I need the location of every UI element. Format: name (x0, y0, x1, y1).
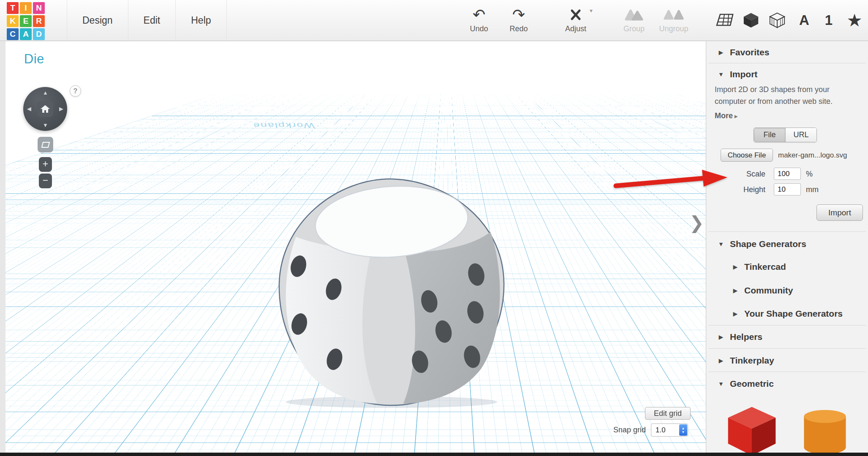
snap-grid-value: 1.0 (651, 426, 679, 434)
logo-tile: K (7, 15, 19, 27)
section-helpers[interactable]: ▶ Helpers (706, 328, 868, 345)
logo-tile: C (7, 28, 19, 40)
design-title: Die (24, 52, 44, 67)
redo-button[interactable]: ↷ Redo (500, 5, 537, 33)
expanded-triangle-icon: ▼ (717, 241, 725, 247)
divider (708, 231, 866, 232)
zoom-controls: + − (39, 157, 52, 190)
top-toolbar: Design Edit Help ↶ Undo ↷ Redo ▾ Adjust (0, 0, 868, 41)
workplane-label: Workplane (252, 121, 315, 129)
logo-tile: D (33, 28, 45, 40)
logo-tile: N (33, 2, 45, 14)
collapsed-triangle-icon: ▶ (732, 263, 739, 270)
divider (708, 348, 866, 349)
workplane-grid-icon[interactable] (715, 10, 735, 30)
ungroup-button[interactable]: Ungroup (655, 5, 692, 33)
menu-design[interactable]: Design (67, 0, 128, 41)
wireframe-cube-icon[interactable] (767, 10, 787, 30)
tinkercad-logo[interactable]: T I N K E R C A D (7, 2, 45, 40)
import-source-toggle: File URL (754, 128, 817, 142)
tinkercad-app: Design Edit Help ↶ Undo ↷ Redo ▾ Adjust (0, 0, 868, 456)
scale-input[interactable] (774, 168, 801, 180)
logo-tile: E (20, 15, 32, 27)
menu-help[interactable]: Help (176, 0, 226, 41)
section-community-generators[interactable]: ▶ Community (706, 282, 868, 299)
section-geometric[interactable]: ▼ Geometric (706, 375, 868, 392)
ungroup-icon (655, 5, 692, 24)
choose-file-button[interactable]: Choose File (721, 149, 773, 162)
import-description: Import 2D or 3D shapes from your compute… (715, 84, 854, 107)
redo-icon: ↷ (500, 5, 537, 24)
divider (708, 63, 866, 63)
undo-icon: ↶ (460, 5, 498, 24)
zoom-in-button[interactable]: + (39, 157, 52, 172)
snap-grid-label: Snap grid (613, 426, 646, 434)
logo-tile: I (20, 2, 32, 14)
section-shape-generators[interactable]: ▼ Shape Generators (706, 236, 868, 252)
collapsed-triangle-icon: ▶ (717, 334, 725, 340)
collapsed-triangle-icon: ▶ (717, 49, 725, 56)
number-shapes-icon[interactable]: 1 (819, 10, 839, 30)
chosen-filename: maker-gam...logo.svg (778, 151, 847, 160)
section-tinkercad-generators[interactable]: ▶ Tinkercad (706, 258, 868, 275)
home-view-button[interactable] (37, 101, 53, 117)
scale-label: Scale (706, 170, 765, 179)
cylinder-shape-thumbnail[interactable] (800, 406, 850, 453)
redo-label: Redo (500, 24, 537, 33)
workplane-view-button[interactable] (38, 137, 53, 152)
group-button[interactable]: Group (615, 5, 653, 33)
ungroup-label: Ungroup (655, 24, 692, 33)
main-menu: Design Edit Help (67, 0, 227, 41)
scale-unit: % (806, 170, 813, 179)
rotate-up-icon[interactable]: ▲ (43, 90, 48, 95)
home-icon (40, 104, 50, 114)
logo-tile: R (33, 15, 45, 27)
expanded-triangle-icon: ▼ (717, 71, 725, 78)
box-shape-thumbnail[interactable] (725, 404, 779, 453)
logo-tile: A (20, 28, 32, 40)
letter-shapes-icon[interactable]: A (794, 10, 814, 30)
section-import[interactable]: ▼ Import (706, 66, 868, 83)
solid-cube-icon[interactable] (741, 10, 761, 30)
logo-tile: T (7, 2, 19, 14)
rotate-left-icon[interactable]: ◀ (27, 106, 31, 111)
adjust-button[interactable]: ▾ Adjust (557, 5, 594, 33)
design-viewport[interactable]: Workplane Die ▲ ▼ ◀ ▶ ? + − (5, 41, 706, 453)
workplane-button-icon (41, 141, 51, 149)
view-navigation-gizmo[interactable]: ▲ ▼ ◀ ▶ (23, 87, 67, 131)
divider (708, 372, 866, 372)
collapsed-triangle-icon: ▶ (732, 287, 739, 294)
section-tinkerplay[interactable]: ▶ Tinkerplay (706, 352, 868, 369)
height-input[interactable] (774, 183, 801, 195)
file-tab[interactable]: File (754, 128, 785, 142)
symbol-shapes-icon[interactable]: ★ (844, 10, 865, 30)
import-button[interactable]: Import (816, 204, 863, 221)
adjust-caret-icon: ▾ (590, 7, 593, 14)
sidebar-collapse-handle[interactable]: ❯ (689, 212, 704, 233)
rotate-right-icon[interactable]: ▶ (59, 106, 63, 111)
group-label: Group (615, 24, 653, 33)
section-favorites[interactable]: ▶ Favorites (706, 44, 868, 61)
adjust-icon: ▾ (557, 5, 594, 24)
die-model[interactable] (274, 175, 509, 410)
collapsed-triangle-icon: ▶ (732, 310, 739, 317)
snap-grid-control: Snap grid 1.0 ▲▼ (613, 423, 688, 437)
zoom-out-button[interactable]: − (39, 174, 52, 188)
menu-edit[interactable]: Edit (128, 0, 176, 41)
more-caret-icon: ▸ (735, 113, 737, 119)
url-tab[interactable]: URL (785, 128, 816, 142)
group-icon (615, 5, 653, 24)
snap-grid-select[interactable]: 1.0 ▲▼ (651, 423, 688, 437)
collapsed-triangle-icon: ▶ (717, 357, 725, 364)
stepper-icon: ▲▼ (679, 424, 687, 436)
shapes-sidebar: ▶ Favorites ▼ Import Import 2D or 3D sha… (706, 41, 868, 453)
help-button[interactable]: ? (70, 85, 81, 97)
undo-button[interactable]: ↶ Undo (460, 5, 498, 33)
edit-grid-button[interactable]: Edit grid (645, 407, 691, 420)
height-unit: mm (806, 185, 819, 194)
section-your-shape-generators[interactable]: ▶ Your Shape Generators (706, 305, 868, 322)
undo-label: Undo (460, 24, 498, 33)
bottom-bar (0, 453, 868, 456)
more-link[interactable]: More▸ (715, 111, 737, 120)
rotate-down-icon[interactable]: ▼ (43, 122, 48, 128)
